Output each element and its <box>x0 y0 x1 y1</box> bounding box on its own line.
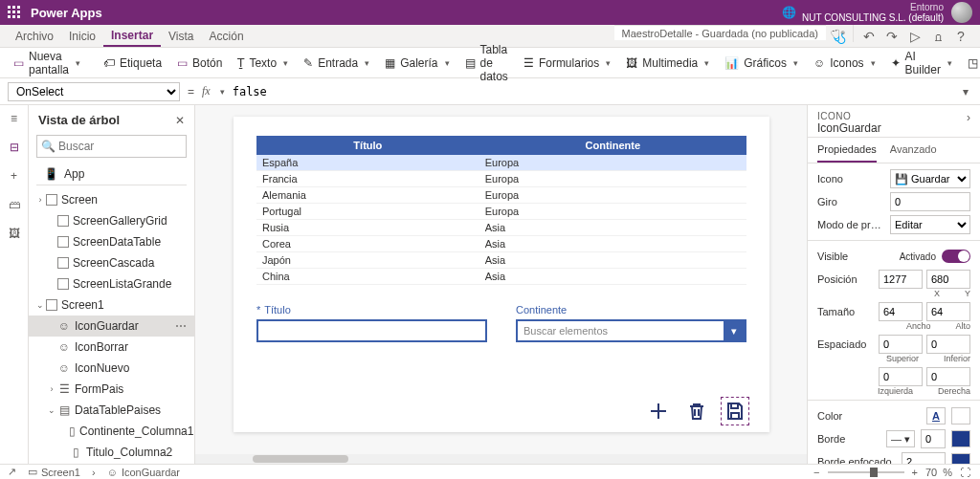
prop-x-input[interactable] <box>879 270 923 289</box>
titulo-input[interactable] <box>256 319 487 342</box>
prop-h-input[interactable] <box>926 302 970 321</box>
prop-pad-b-input[interactable] <box>926 335 970 354</box>
prop-focus-w-input[interactable] <box>902 452 946 464</box>
table-row[interactable]: ChinaAsia <box>256 269 746 285</box>
help-icon[interactable]: ? <box>949 25 972 47</box>
tree-node-iconnuevo[interactable]: ☺IconNuevo <box>29 358 194 379</box>
ribbon-datatable[interactable]: ▤Tabla de datos <box>459 40 514 86</box>
property-selector[interactable]: OnSelect <box>8 82 180 101</box>
ribbon-text[interactable]: ṮTexto▾ <box>232 54 294 73</box>
props-expand-icon[interactable]: › <box>967 111 970 124</box>
ribbon-aibuilder[interactable]: ✦AI Builder▾ <box>885 47 958 79</box>
prop-pad-t-input[interactable] <box>879 335 923 354</box>
tree-node-formpais[interactable]: ›☰FormPais <box>29 379 194 400</box>
ribbon-new-screen[interactable]: ▭Nueva pantalla▾ <box>8 47 86 79</box>
table-row[interactable]: FranciaEuropa <box>256 171 746 187</box>
table-row[interactable]: EspañaEuropa <box>256 155 746 171</box>
prop-focus-color[interactable] <box>951 453 970 464</box>
tree-search-input[interactable] <box>36 135 187 158</box>
table-row[interactable]: CoreaAsia <box>256 236 746 252</box>
breadcrumb-screen[interactable]: ▭Screen1 <box>28 466 80 478</box>
table-row[interactable]: PortugalEuropa <box>256 204 746 220</box>
canvas-trash-icon[interactable] <box>685 400 708 423</box>
redo-icon[interactable]: ↷ <box>880 25 903 47</box>
menu-inicio[interactable]: Inicio <box>61 25 103 47</box>
canvas-h-scrollbar[interactable] <box>195 454 807 464</box>
tree-node-cascada[interactable]: ScreenCascada <box>29 252 194 273</box>
undo-icon[interactable]: ↶ <box>858 25 880 47</box>
prop-icon-select[interactable]: 💾 Guardar <box>890 169 970 188</box>
ribbon-mixedreality[interactable]: ◳Mixed Reality▾ <box>962 47 980 79</box>
tree-node-screen1[interactable]: ⌄Screen1 <box>29 294 194 316</box>
rail-media-icon[interactable]: 🖼 <box>7 226 22 241</box>
tab-propiedades[interactable]: Propiedades <box>817 138 877 163</box>
tree-node-iconguardar[interactable]: ☺IconGuardar⋯ <box>29 316 194 337</box>
canvas-area[interactable]: TítuloContinenteEspañaEuropaFranciaEurop… <box>195 105 808 464</box>
zoom-slider[interactable] <box>828 471 904 473</box>
canvas-save-icon[interactable] <box>724 400 746 423</box>
tree-node-datatable[interactable]: ScreenDataTable <box>29 231 194 252</box>
app-checker-icon[interactable]: 🩺 <box>826 25 849 47</box>
prop-border-style[interactable]: — ▾ <box>886 430 915 447</box>
ribbon-button[interactable]: ▭Botón <box>171 54 228 73</box>
table-row[interactable]: RusiaAsia <box>256 220 746 236</box>
tree-node-datatablepaises[interactable]: ⌄▤DataTablePaises <box>29 400 194 421</box>
data-table[interactable]: TítuloContinenteEspañaEuropaFranciaEurop… <box>256 136 746 285</box>
status-expand-icon[interactable]: ↗ <box>8 466 16 478</box>
play-icon[interactable]: ▷ <box>903 25 926 47</box>
prop-color-font[interactable]: A <box>926 407 946 425</box>
prop-border-w-input[interactable] <box>921 429 946 448</box>
tree-node-screen[interactable]: ›Screen <box>29 189 194 210</box>
tree-node-gallerygrid[interactable]: ScreenGalleryGrid <box>29 210 194 231</box>
table-row[interactable]: AlemaniaEuropa <box>256 187 746 204</box>
ribbon-icons[interactable]: ☺Iconos▾ <box>808 54 881 73</box>
table-row[interactable]: JapónAsia <box>256 252 746 269</box>
prop-pad-l-input[interactable] <box>879 367 923 386</box>
formula-input[interactable] <box>233 82 951 101</box>
menu-insertar[interactable]: Insertar <box>103 25 161 47</box>
ribbon-multimedia[interactable]: 🖼Multimedia▾ <box>620 54 715 73</box>
prop-color-fill[interactable] <box>951 407 970 425</box>
continente-combo[interactable]: Buscar elementos ▾ <box>516 319 746 342</box>
formula-expand-icon[interactable]: ▾ <box>959 85 972 98</box>
environment-picker[interactable]: Entorno NUT CONSULTING S.L. (default) <box>802 2 951 23</box>
prop-pad-r-input[interactable] <box>926 367 970 386</box>
menu-archivo[interactable]: Archivo <box>8 25 61 47</box>
zoom-fit-icon[interactable]: ⛶ <box>958 467 972 478</box>
chevron-down-icon[interactable]: ▾ <box>724 321 745 340</box>
share-icon[interactable]: ⩍ <box>926 25 949 47</box>
app-launcher-icon[interactable] <box>8 6 21 19</box>
ribbon-input[interactable]: ✎Entrada▾ <box>298 54 375 73</box>
tree-app-node[interactable]: 📱App <box>36 163 187 185</box>
menu-vista[interactable]: Vista <box>161 25 201 47</box>
prop-border-color[interactable] <box>951 430 970 447</box>
prop-w-input[interactable] <box>879 302 923 321</box>
rail-tree-icon[interactable]: ⊟ <box>7 140 22 155</box>
user-avatar[interactable] <box>951 2 972 23</box>
tree-node-col-continente[interactable]: ▯Continente_Columna1 <box>29 421 194 442</box>
tab-avanzado[interactable]: Avanzado <box>890 138 937 163</box>
ribbon-charts[interactable]: 📊Gráficos▾ <box>719 54 804 73</box>
breadcrumb-element[interactable]: ☺IconGuardar <box>107 467 180 478</box>
rail-hamburger-icon[interactable]: ≡ <box>7 111 22 126</box>
status-bar: ↗ ▭Screen1 › ☺IconGuardar − + 70 % ⛶ <box>0 464 980 479</box>
prop-rotation-input[interactable] <box>890 192 970 211</box>
ribbon-forms[interactable]: ☰Formularios▾ <box>518 54 616 73</box>
screen-canvas[interactable]: TítuloContinenteEspañaEuropaFranciaEurop… <box>234 117 769 432</box>
zoom-in-icon[interactable]: + <box>910 467 920 478</box>
tree-node-listagrande[interactable]: ScreenListaGrande <box>29 273 194 294</box>
ribbon-label[interactable]: 🏷Etiqueta <box>98 54 167 73</box>
tree-node-more-icon[interactable]: ⋯ <box>171 319 190 333</box>
zoom-out-icon[interactable]: − <box>812 467 821 478</box>
ribbon-gallery[interactable]: ▦Galería▾ <box>379 54 455 73</box>
tree-node-col-titulo[interactable]: ▯Titulo_Columna2 <box>29 442 194 463</box>
menu-accion[interactable]: Acción <box>202 25 252 47</box>
prop-y-input[interactable] <box>926 270 970 289</box>
tree-close-icon[interactable]: ✕ <box>175 114 185 127</box>
rail-insert-icon[interactable]: + <box>7 168 22 184</box>
rail-data-icon[interactable]: 🗃 <box>7 197 22 212</box>
prop-visible-toggle[interactable] <box>942 250 970 263</box>
canvas-add-icon[interactable] <box>647 400 670 423</box>
tree-node-iconborrar[interactable]: ☺IconBorrar <box>29 337 194 358</box>
prop-displaymode-select[interactable]: Editar <box>890 215 970 234</box>
